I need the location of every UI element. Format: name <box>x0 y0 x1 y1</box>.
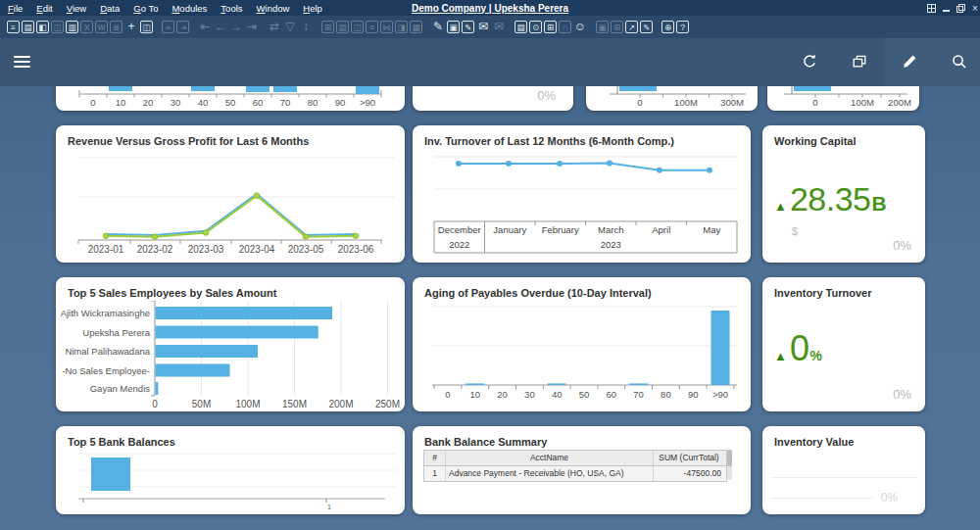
users-icon[interactable]: ∩ <box>559 21 571 33</box>
menu-window[interactable]: Window <box>257 3 290 14</box>
svg-text:0: 0 <box>445 389 450 400</box>
apps-grid-icon[interactable] <box>927 4 936 13</box>
print-preview-icon[interactable]: ▥ <box>66 21 78 33</box>
user-icon[interactable]: ☺ <box>573 21 587 33</box>
menu-modules[interactable]: Modules <box>172 3 207 14</box>
close-icon[interactable]: × <box>972 4 978 13</box>
print-icon[interactable]: ▤ <box>22 21 34 33</box>
bank-balance-table: #AcctNameSUM (CurrTotal)1Advance Payment… <box>423 450 727 482</box>
document-schedule-icon[interactable]: ⊙ <box>529 21 542 33</box>
previous-record-icon[interactable]: ← <box>214 21 227 33</box>
table-scrollbar[interactable] <box>727 450 732 480</box>
restore-icon[interactable] <box>956 4 965 13</box>
card-inventory-turnover-12m: Inv. Turnover of Last 12 Months (6-Month… <box>413 125 751 263</box>
svg-text:150M: 150M <box>282 399 307 410</box>
filter-icon[interactable]: ▽ <box>283 21 297 33</box>
table-view-icon[interactable]: ⊞ <box>544 21 557 33</box>
document-edit-icon[interactable]: ✎ <box>462 21 474 33</box>
export-pdf-icon[interactable]: ≣ <box>110 21 122 33</box>
card-clipped-histogram: 0102030405060708090>90 <box>56 86 405 111</box>
web-document-icon[interactable]: ⊕ <box>662 21 674 33</box>
menu-tools[interactable]: Tools <box>220 3 242 14</box>
table-header-cell[interactable]: AcctName <box>446 451 654 465</box>
swap-icon[interactable]: ⇄ <box>268 21 281 33</box>
svg-text:1: 1 <box>327 503 332 511</box>
card-title: Working Capital <box>774 135 857 147</box>
last-record-icon[interactable]: ⇥ <box>245 21 259 33</box>
duplicate-icon[interactable]: ◫ <box>351 21 364 33</box>
kpi-change-value: 0% <box>893 238 911 253</box>
edit-pencil-icon[interactable] <box>901 53 918 71</box>
kpi-value: 28.35 <box>790 180 871 218</box>
inventory-turnover-chart: DecemberJanuaryFebruaryMarchAprilMay2022… <box>413 149 751 263</box>
card-title: Top 5 Bank Balances <box>68 436 175 448</box>
document-settings-icon[interactable]: ▣ <box>596 21 609 33</box>
svg-text:100M: 100M <box>851 97 874 108</box>
form-settings-icon[interactable]: ▣ <box>447 21 460 33</box>
menu-go-to[interactable]: Go To <box>133 3 158 14</box>
next-record-icon[interactable]: → <box>229 21 243 33</box>
menu-items: FileEditViewDataGo ToModulesToolsWindowH… <box>0 3 322 14</box>
window-restore-icon[interactable] <box>851 53 868 71</box>
menu-data[interactable]: Data <box>100 3 120 14</box>
svg-text:2022: 2022 <box>449 239 469 250</box>
kpi-value-row: ▲0% <box>774 328 822 369</box>
kpi-unit: $ <box>792 225 798 237</box>
sort-icon[interactable]: ↕ <box>299 21 313 33</box>
menu-view[interactable]: View <box>67 3 86 14</box>
form-search-icon[interactable]: ≡ <box>7 21 20 33</box>
move-icon[interactable]: + <box>124 21 138 33</box>
clipped-histogram-chart: 0102030405060708090>90 <box>56 86 405 111</box>
split-view-icon[interactable]: ◨ <box>395 21 408 33</box>
first-record-icon[interactable]: ⇤ <box>198 21 212 33</box>
card-inventory-value: Inventory Value 0% <box>762 426 925 514</box>
send-icon[interactable]: ◫ <box>51 21 64 33</box>
svg-text:2023-05: 2023-05 <box>288 244 324 255</box>
reconcile-icon[interactable]: ⋈ <box>380 21 393 33</box>
chart-link-icon[interactable]: ↗ <box>625 21 638 33</box>
hamburger-menu-icon[interactable] <box>14 56 30 69</box>
grid-settings-icon[interactable]: ⊞ <box>611 21 623 33</box>
edit-icon[interactable]: ✎ <box>431 21 445 33</box>
refresh-icon[interactable] <box>801 53 818 71</box>
table-header-cell[interactable]: SUM (CurrTotal) <box>654 451 724 465</box>
svg-text:2023-06: 2023-06 <box>338 244 374 255</box>
table-row[interactable]: 1Advance Payment - Receivable (HO, USA, … <box>424 466 726 481</box>
find-icon[interactable]: ∞ <box>162 21 174 33</box>
menu-help[interactable]: Help <box>303 3 322 14</box>
svg-text:May: May <box>703 224 720 235</box>
export-word-icon[interactable]: W <box>95 21 108 33</box>
table-header-cell[interactable]: # <box>424 451 446 465</box>
svg-text:40: 40 <box>198 97 209 108</box>
clipped-chart-a: 0100M300M <box>586 86 758 111</box>
svg-text:>90: >90 <box>360 97 375 108</box>
card-title: Bank Balance Summary <box>424 436 547 448</box>
minimize-icon[interactable] <box>943 4 950 12</box>
goto-icon[interactable]: ⇥ <box>176 21 189 33</box>
bank-balances-chart: 1 <box>56 448 405 514</box>
menu-file[interactable]: File <box>8 3 23 14</box>
document-find-icon[interactable]: ▦ <box>410 21 422 33</box>
svg-text:Ajith Wickramasinghe: Ajith Wickramasinghe <box>61 308 150 318</box>
export-excel-icon[interactable]: X <box>80 21 93 33</box>
search-icon[interactable] <box>951 53 968 71</box>
document-info-icon[interactable]: ▤ <box>514 21 527 33</box>
payment-means-icon[interactable]: ¤ <box>366 21 378 33</box>
messages-archive-icon[interactable]: ✉ <box>492 21 506 33</box>
svg-text:100M: 100M <box>235 399 260 410</box>
svg-text:2023-02: 2023-02 <box>137 244 173 255</box>
menu-edit[interactable]: Edit <box>36 3 52 14</box>
help-icon[interactable]: ? <box>676 21 689 33</box>
open-icon[interactable]: ◧ <box>36 21 49 33</box>
messages-icon[interactable]: ✉ <box>476 21 490 33</box>
kpi-change-value: 0% <box>893 387 911 402</box>
top5-sales-chart: Ajith WickramasingheUpeksha PereraNimal … <box>56 301 405 411</box>
svg-text:-No Sales Employee-: -No Sales Employee- <box>62 365 150 376</box>
svg-text:10: 10 <box>470 389 481 400</box>
business-partner-icon[interactable]: ▤ <box>336 21 349 33</box>
document-sign-icon[interactable]: ✎ <box>640 21 653 33</box>
form-layout-icon[interactable]: ◫ <box>140 21 153 33</box>
window-controls: × <box>927 3 978 13</box>
card-top5-sales-employees: Top 5 Sales Employees by Sales Amount Aj… <box>56 277 405 411</box>
maximize-grid-icon[interactable]: ⊞ <box>321 21 334 33</box>
